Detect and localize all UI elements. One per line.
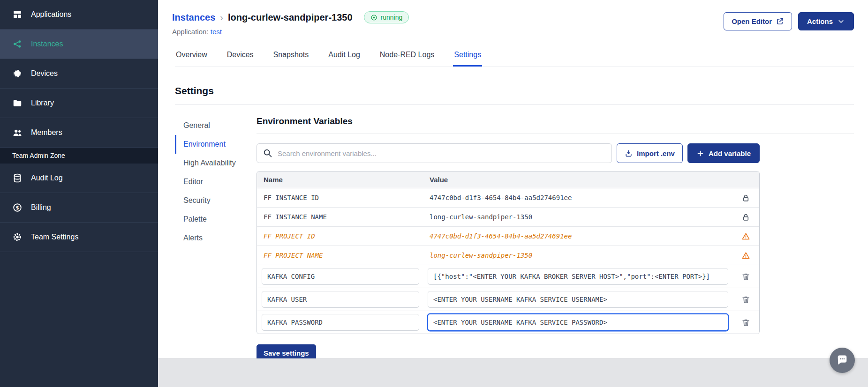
chat-widget-button[interactable] (830, 348, 855, 373)
breadcrumb-separator: › (220, 12, 223, 23)
search-input[interactable] (257, 143, 612, 163)
table-row: FF_INSTANCE_NAME long-curlew-sandpiper-1… (257, 208, 759, 227)
env-var-name: FF_PROJECT_ID (257, 232, 423, 240)
settings-subnav: General Environment High Availability Ed… (175, 116, 240, 362)
tab-audit-log[interactable]: Audit Log (327, 48, 361, 67)
settings-page-title: Settings (175, 85, 854, 105)
actions-button[interactable]: Actions (798, 12, 854, 30)
environment-variables-title: Environment Variables (257, 116, 854, 134)
sidebar: Applications Instances Devices Library M… (0, 0, 158, 387)
env-var-name-input[interactable] (262, 314, 419, 331)
table-row: FF_INSTANCE_ID 4747c0bd-d1f3-4654-84b4-a… (257, 188, 759, 208)
delete-variable-button[interactable] (740, 294, 751, 305)
column-header-value: Value (423, 171, 732, 188)
table-header-row: Name Value (257, 171, 759, 188)
applications-icon (12, 9, 23, 20)
members-icon (12, 127, 23, 138)
env-var-value-input[interactable] (428, 291, 728, 308)
sidebar-item-team-settings[interactable]: Team Settings (0, 223, 158, 252)
subnav-editor[interactable]: Editor (175, 172, 240, 191)
svg-text:$: $ (15, 205, 19, 210)
running-status-icon (370, 14, 377, 21)
tab-devices[interactable]: Devices (226, 48, 255, 67)
subnav-security[interactable]: Security (175, 191, 240, 210)
breadcrumb-instances-link[interactable]: Instances (172, 12, 215, 23)
trash-icon (741, 295, 750, 304)
env-var-name: FF_INSTANCE_ID (257, 194, 423, 201)
environment-panel: Environment Variables Import .env Add va… (257, 116, 854, 362)
add-variable-label: Add variable (709, 149, 751, 157)
trash-icon (741, 272, 750, 281)
sidebar-item-instances[interactable]: Instances (0, 30, 158, 59)
sidebar-item-label: Library (31, 99, 54, 107)
actions-label: Actions (807, 17, 833, 25)
sidebar-item-applications[interactable]: Applications (0, 0, 158, 30)
subnav-alerts[interactable]: Alerts (175, 229, 240, 247)
sidebar-item-audit-log[interactable]: Audit Log (0, 164, 158, 193)
delete-variable-button[interactable] (740, 271, 751, 282)
sidebar-item-label: Members (31, 128, 62, 137)
env-variables-table: Name Value FF_INSTANCE_ID 4747c0bd-d1f3-… (257, 171, 760, 334)
table-row: FF_PROJECT_ID 4747c0bd-d1f3-4654-84b4-aa… (257, 227, 759, 246)
billing-icon: $ (12, 202, 23, 213)
env-var-value: long-curlew-sandpiper-1350 (423, 213, 732, 221)
status-badge-label: running (381, 14, 403, 21)
delete-variable-button[interactable] (740, 317, 751, 328)
sidebar-item-members[interactable]: Members (0, 118, 158, 148)
tab-snapshots[interactable]: Snapshots (272, 48, 310, 67)
application-label: Application: (172, 28, 209, 36)
search-box (257, 143, 612, 163)
env-var-name-input[interactable] (262, 268, 419, 285)
env-var-value: long-curlew-sandpiper-1350 (423, 252, 732, 259)
instances-icon (12, 39, 23, 49)
env-var-value-input[interactable] (428, 268, 728, 285)
chat-bubble-icon (836, 354, 849, 367)
subnav-environment[interactable]: Environment (175, 135, 240, 154)
env-var-value: 4747c0bd-d1f3-4654-84b4-aa5d274691ee (423, 232, 732, 240)
settings-body: General Environment High Availability Ed… (175, 116, 854, 362)
subnav-high-availability[interactable]: High Availability (175, 154, 240, 172)
sidebar-item-label: Applications (31, 10, 71, 19)
env-var-name-input[interactable] (262, 291, 419, 308)
env-var-name: FF_PROJECT_NAME (257, 252, 423, 259)
table-row (257, 265, 759, 288)
audit-log-icon (12, 173, 23, 183)
table-row: FF_PROJECT_NAME long-curlew-sandpiper-13… (257, 246, 759, 265)
sidebar-item-label: Instances (31, 40, 63, 48)
open-editor-button[interactable]: Open Editor (724, 12, 792, 30)
sidebar-item-label: Billing (31, 203, 51, 212)
lock-icon (741, 194, 750, 202)
subnav-general[interactable]: General (175, 116, 240, 135)
chevron-down-icon (837, 17, 845, 25)
sidebar-item-label: Team Settings (31, 233, 78, 241)
settings-gear-icon (12, 232, 23, 242)
devices-icon (12, 68, 23, 79)
sidebar-item-label: Devices (31, 69, 58, 78)
tab-node-red-logs[interactable]: Node-RED Logs (379, 48, 436, 67)
instance-tabs: Overview Devices Snapshots Audit Log Nod… (175, 48, 854, 67)
application-name-link[interactable]: test (211, 28, 222, 36)
tab-overview[interactable]: Overview (175, 48, 208, 67)
footer-strip (158, 358, 868, 387)
column-header-name: Name (257, 171, 423, 188)
sidebar-item-billing[interactable]: $ Billing (0, 193, 158, 223)
subnav-palette[interactable]: Palette (175, 210, 240, 229)
tab-settings[interactable]: Settings (453, 48, 482, 67)
sidebar-item-label: Audit Log (31, 174, 63, 182)
instance-name: long-curlew-sandpiper-1350 (228, 12, 353, 23)
env-toolbar: Import .env Add variable (257, 143, 760, 163)
env-var-value-input[interactable] (428, 314, 728, 331)
add-variable-button[interactable]: Add variable (687, 143, 760, 163)
plus-icon (696, 149, 704, 157)
search-icon (263, 148, 272, 158)
import-file-icon (625, 149, 633, 157)
instance-header: Instances › long-curlew-sandpiper-1350 r… (158, 0, 868, 36)
import-env-button[interactable]: Import .env (617, 143, 683, 163)
env-var-value: 4747c0bd-d1f3-4654-84b4-aa5d274691ee (423, 194, 732, 201)
main-content: Instances › long-curlew-sandpiper-1350 r… (158, 0, 868, 387)
sidebar-item-library[interactable]: Library (0, 89, 158, 118)
sidebar-item-devices[interactable]: Devices (0, 59, 158, 89)
header-actions: Open Editor Actions (724, 12, 854, 30)
open-editor-label: Open Editor (732, 17, 772, 25)
status-badge: running (364, 11, 409, 23)
